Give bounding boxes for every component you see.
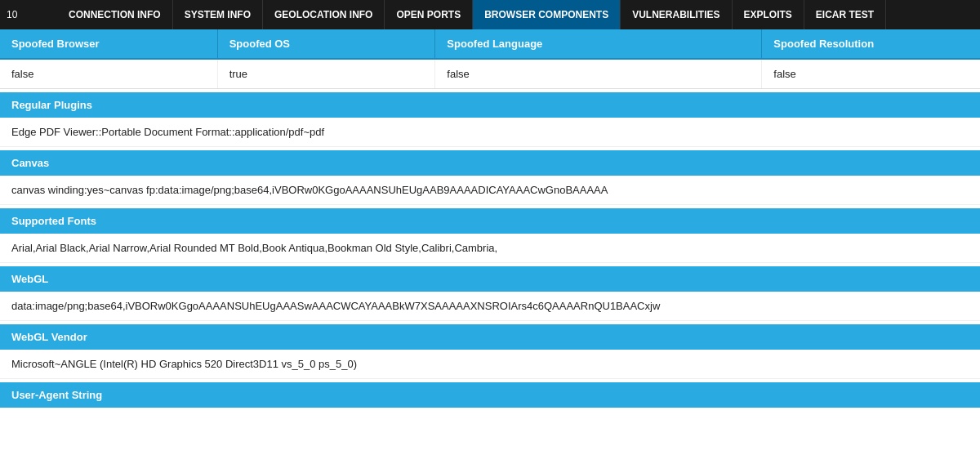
section-content-plugins: Edge PDF Viewer::Portable Document Forma… [0,118,980,147]
section-header-plugins: Regular Plugins [0,92,980,118]
spoof-header-language: Spoofed Language [435,29,762,58]
nav-prefix: 10 [0,9,57,20]
spoof-val-resolution: false [762,60,980,88]
spoof-header-browser: Spoofed Browser [0,29,218,58]
section-content-canvas: canvas winding:yes~canvas fp:data:image/… [0,176,980,205]
spoof-val-language: false [435,60,762,88]
section-content-webgl: data:image/png;base64,iVBORw0KGgoAAAANSU… [0,292,980,321]
main-content: Spoofed Browser Spoofed OS Spoofed Langu… [0,29,980,408]
nav-item-browser[interactable]: BROWSER COMPONENTS [473,0,621,29]
spoof-data-row: false true false false [0,60,980,89]
section-content-fonts: Arial,Arial Black,Arial Narrow,Arial Rou… [0,234,980,263]
section-content-webgl-vendor: Microsoft~ANGLE (Intel(R) HD Graphics 52… [0,350,980,379]
spoof-header-os: Spoofed OS [218,29,436,58]
nav-item-geolocation[interactable]: GEOLOCATION INFO [263,0,385,29]
nav-item-eicar[interactable]: EICAR TEST [804,0,886,29]
nav-item-system[interactable]: SYSTEM INFO [173,0,263,29]
spoof-header-resolution: Spoofed Resolution [762,29,980,58]
section-header-fonts: Supported Fonts [0,208,980,234]
section-header-webgl-vendor: WebGL Vendor [0,324,980,350]
nav-item-vulnerabilities[interactable]: VULNERABILITIES [621,0,732,29]
spoof-val-browser: false [0,60,218,88]
section-header-user-agent: User-Agent String [0,382,980,408]
nav-item-connection[interactable]: CONNECTION INFO [57,0,173,29]
section-header-canvas: Canvas [0,150,980,176]
spoof-header-row: Spoofed Browser Spoofed OS Spoofed Langu… [0,29,980,60]
nav-item-openports[interactable]: OPEN PORTS [385,0,473,29]
section-header-webgl: WebGL [0,266,980,292]
nav-item-exploits[interactable]: EXPLOITS [733,0,804,29]
nav-bar: 10 CONNECTION INFO SYSTEM INFO GEOLOCATI… [0,0,980,29]
spoof-val-os: true [218,60,436,88]
